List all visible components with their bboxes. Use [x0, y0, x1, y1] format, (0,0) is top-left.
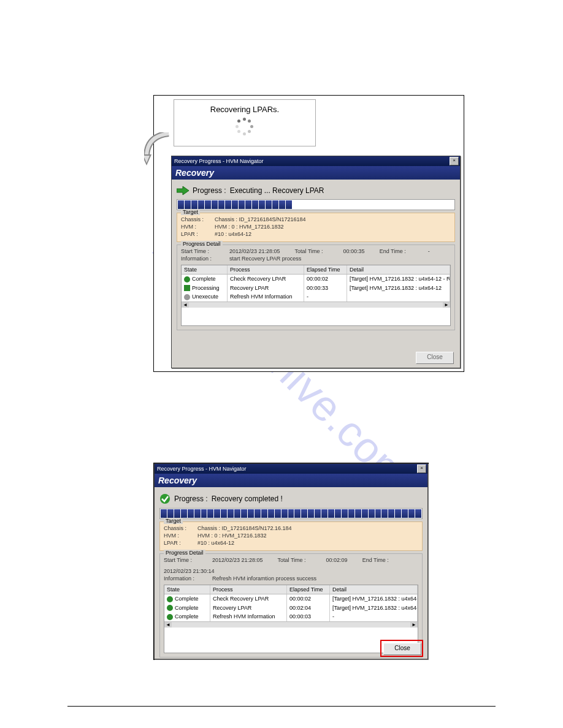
titlebar[interactable]: Recovery Progress - HVM Navigator ×	[172, 156, 460, 166]
recovery-progress-window-executing: Recovery Progress - HVM Navigator × Reco…	[171, 156, 461, 368]
start-time-value: 2012/02/23 21:28:05	[212, 557, 263, 563]
col-process[interactable]: Process	[210, 585, 287, 594]
horizontal-scrollbar[interactable]: ◄►	[164, 621, 418, 628]
col-detail[interactable]: Detail	[347, 265, 450, 274]
table-row[interactable]: CompleteRefresh HVM Information00:00:03-	[164, 612, 418, 621]
chassis-value: Chassis : ID_17216184S/N17216184	[215, 216, 306, 222]
table-row[interactable]: CompleteCheck Recovery LPAR00:00:02[Targ…	[182, 275, 450, 284]
horizontal-scrollbar[interactable]: ◄►	[182, 301, 450, 308]
table-row[interactable]: CompleteRecovery LPAR00:02:04[Target] HV…	[164, 604, 418, 613]
status-label: Progress :	[174, 495, 208, 503]
close-window-icon[interactable]: ×	[417, 464, 426, 473]
svg-point-3	[160, 494, 170, 504]
state-icon	[167, 605, 173, 611]
table-row[interactable]: ProcessingRecovery LPAR00:00:33[Target] …	[182, 284, 450, 293]
detail-legend: Progress Detail	[181, 241, 223, 247]
status-label: Progress :	[193, 186, 226, 195]
progress-detail-group: Progress Detail Start Time : 2012/02/23 …	[177, 245, 455, 330]
loading-dialog: Recovering LPARs.	[174, 99, 316, 146]
lpar-value: #10 : u4x64-12	[197, 540, 234, 546]
lpar-key: LPAR :	[164, 540, 197, 546]
info-key: Information :	[164, 575, 197, 582]
status-text: Recovery completed !	[212, 495, 283, 503]
info-key: Information :	[181, 256, 215, 262]
footer-divider	[67, 706, 496, 707]
chassis-key: Chassis :	[164, 525, 197, 531]
hvm-value: HVM : 0 : HVM_17216.1832	[215, 224, 284, 230]
lpar-key: LPAR :	[181, 231, 215, 237]
start-time-value: 2012/02/23 21:28:05	[229, 248, 280, 254]
figure-executing: Recovering LPARs. Recovery Progress - HV…	[153, 95, 464, 372]
recovery-progress-window-completed: Recovery Progress - HVM Navigator × Reco…	[154, 463, 428, 659]
start-time-key: Start Time :	[181, 248, 215, 254]
figure-completed: Recovery Progress - HVM Navigator × Reco…	[153, 463, 429, 660]
end-time-value: -	[428, 248, 430, 254]
state-icon	[167, 596, 173, 602]
state-icon	[167, 614, 173, 620]
table-row[interactable]: CompleteCheck Recovery LPAR00:00:02[Targ…	[164, 594, 418, 604]
svg-marker-2	[177, 186, 189, 195]
chassis-key: Chassis :	[181, 216, 215, 222]
completed-check-icon	[159, 493, 170, 504]
progress-bar	[177, 199, 455, 210]
col-state[interactable]: State	[182, 265, 228, 274]
hvm-value: HVM : 0 : HVM_17216.1832	[197, 533, 267, 539]
col-elapsed[interactable]: Elapsed Time	[287, 585, 330, 594]
close-button: Close	[416, 352, 454, 364]
table-row[interactable]: UnexecuteRefresh HVM Information-	[182, 292, 450, 301]
hvm-key: HVM :	[181, 224, 215, 230]
detail-legend: Progress Detail	[164, 550, 205, 556]
progress-detail-group: Progress Detail Start Time : 2012/02/23 …	[159, 553, 423, 658]
status-text: Executing ... Recovery LPAR	[230, 186, 324, 195]
total-time-key: Total Time :	[278, 557, 312, 563]
close-button[interactable]: Close	[383, 643, 421, 655]
hvm-key: HVM :	[164, 533, 197, 539]
target-group: Target Chassis :Chassis : ID_17216184S/N…	[177, 213, 455, 242]
state-icon	[184, 294, 190, 300]
col-process[interactable]: Process	[228, 265, 304, 274]
total-time-value: 00:02:09	[326, 557, 348, 563]
target-legend: Target	[164, 518, 183, 524]
state-icon	[184, 285, 190, 291]
window-title: Recovery Progress - HVM Navigator	[174, 156, 264, 166]
titlebar[interactable]: Recovery Progress - HVM Navigator ×	[155, 464, 427, 474]
start-time-key: Start Time :	[164, 557, 197, 563]
end-time-key: End Time :	[362, 557, 396, 563]
spinner-icon	[236, 118, 254, 136]
end-time-value: 2012/02/23 21:30:14	[164, 568, 215, 574]
close-window-icon[interactable]: ×	[450, 157, 459, 165]
total-time-value: 00:00:35	[343, 248, 365, 254]
total-time-key: Total Time :	[295, 248, 329, 254]
target-group: Target Chassis :Chassis : ID_17216184S/N…	[159, 521, 423, 551]
col-detail[interactable]: Detail	[330, 585, 418, 594]
col-elapsed[interactable]: Elapsed Time	[304, 265, 347, 274]
lpar-value: #10 : u4x64-12	[215, 231, 251, 237]
loading-text: Recovering LPARs.	[174, 105, 315, 114]
window-title: Recovery Progress - HVM Navigator	[157, 464, 247, 474]
progress-table: State Process Elapsed Time Detail Comple…	[181, 265, 451, 326]
info-value: start Recovery LPAR process	[229, 256, 301, 262]
banner-title: Recovery	[155, 474, 427, 487]
executing-arrow-icon	[177, 186, 189, 195]
progress-table: State Process Elapsed Time Detail Comple…	[164, 585, 418, 653]
info-value: Refresh HVM inforamtion process success	[212, 575, 316, 582]
end-time-key: End Time :	[380, 248, 413, 254]
target-legend: Target	[181, 209, 200, 215]
state-icon	[184, 276, 190, 282]
progress-bar	[159, 508, 423, 519]
flow-arrow-icon	[144, 132, 174, 169]
banner-title: Recovery	[172, 166, 460, 180]
col-state[interactable]: State	[164, 585, 210, 594]
chassis-value: Chassis : ID_17216184S/N172.16.184	[197, 525, 292, 531]
